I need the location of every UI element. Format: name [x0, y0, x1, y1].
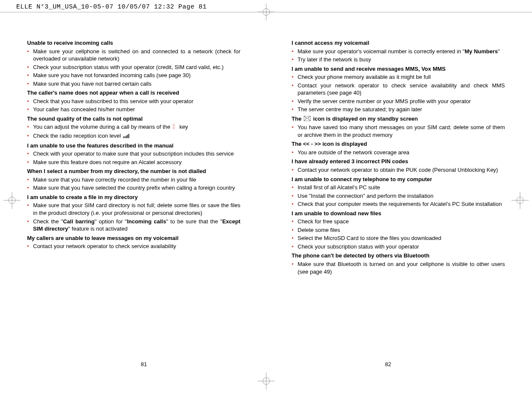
list-item: Make sure this feature does not require …: [27, 159, 241, 166]
list-item: Check that you have subscribed to this s…: [27, 98, 241, 105]
list-item: Verify the server centre number or your …: [292, 98, 505, 105]
heading: I am unable to use the features describe…: [27, 142, 241, 150]
text: " to be sure that the ": [166, 218, 222, 225]
list-item: You are outside of the network coverage …: [292, 149, 505, 156]
heading: The caller's name does not appear when a…: [27, 89, 241, 97]
heading: The icon is displayed on my standby scre…: [292, 115, 505, 123]
heading: I am unable to create a file in my direc…: [27, 194, 241, 201]
list: Make sure that your SIM card directory i…: [27, 202, 241, 232]
list-item: Install first of all Alcatel's PC suite: [292, 184, 505, 191]
text-bold: Call barring: [63, 218, 95, 225]
list: Make sure that you have correctly record…: [27, 176, 241, 192]
page-left: Unable to receive incoming calls Make su…: [19, 38, 249, 393]
list-item: Check for free space: [292, 218, 505, 225]
list-item: Contact your network operator to check s…: [27, 243, 241, 250]
text-bold: My Numbers: [465, 48, 498, 55]
text: Make sure your operator's voicemail numb…: [298, 48, 465, 55]
list-item: Make sure that Bluetooth is turned on an…: [292, 260, 505, 275]
list-item: Contact your network operator to check s…: [292, 82, 505, 97]
list: Make sure that Bluetooth is turned on an…: [292, 260, 505, 275]
list: Contact your network operator to check s…: [27, 243, 241, 250]
envelope-icon: [304, 116, 311, 123]
heading: The sound quality of the calls is not op…: [27, 115, 241, 123]
text: icon is displayed on my standby screen: [313, 116, 418, 122]
list-item: Make sure your cellphone is switched on …: [27, 48, 241, 63]
list: Check for free space Delete some files S…: [292, 218, 505, 250]
list-item: Check your phone memory available as it …: [292, 73, 505, 81]
page-right: I cannot access my voicemail Make sure y…: [283, 38, 514, 393]
list-item: Check the radio reception icon level: [27, 132, 241, 140]
list-item: Make sure you have not forwarded incomin…: [27, 72, 241, 79]
heading: I have already entered 3 incorrect PIN c…: [292, 158, 505, 165]
text: Check the radio reception icon level: [33, 133, 123, 139]
crop-mark-top: [258, 3, 275, 20]
list-item: The server centre may be saturated; try …: [292, 106, 505, 113]
list-item: Make sure your operator's voicemail numb…: [292, 48, 505, 55]
heading: Unable to receive incoming calls: [27, 39, 241, 47]
svg-text:C: C: [173, 124, 175, 127]
list-item: You have saved too many short messages o…: [292, 124, 505, 139]
list-item: Make sure that you have correctly record…: [27, 176, 241, 184]
signal-bars-icon: [123, 133, 132, 140]
text: The: [292, 116, 303, 122]
list: You have saved too many short messages o…: [292, 124, 505, 139]
list: Check with your operator to make sure th…: [27, 150, 241, 166]
list: Check your phone memory available as it …: [292, 73, 505, 113]
heading: My callers are unable to leave messages …: [27, 234, 241, 242]
svg-text:C: C: [173, 127, 175, 130]
text: ": [498, 48, 500, 55]
text: Check the ": [33, 218, 63, 225]
heading: I am unable to send and receive messages…: [292, 65, 505, 73]
list-item: Try later if the network is busy: [292, 56, 505, 64]
page-number-left: 81: [141, 361, 147, 367]
heading: When I select a number from my directory…: [27, 168, 241, 175]
svg-rect-17: [127, 135, 128, 138]
list-item: Make sure that you have selected the cou…: [27, 184, 241, 192]
list-item: Make sure that your SIM card directory i…: [27, 202, 241, 217]
heading: I am unable to connect my telephone to m…: [292, 176, 505, 183]
list: Contact your network operator to obtain …: [292, 166, 505, 174]
heading: The << - >> icon is displayed: [292, 140, 505, 148]
print-header: ELLE N°3_UM_USA_10-05-07 10/05/07 12:32 …: [16, 3, 207, 11]
svg-rect-15: [125, 136, 125, 138]
volume-key-icon: CC: [173, 124, 177, 132]
text: key: [180, 124, 188, 130]
text: " option for ": [95, 218, 127, 225]
list-item: Delete some files: [292, 226, 505, 234]
svg-rect-18: [128, 134, 129, 138]
text-bold: Incoming calls: [127, 218, 166, 225]
list-item: Check with your operator to make sure th…: [27, 150, 241, 158]
page-container: Unable to receive incoming calls Make su…: [0, 38, 532, 393]
list-item: Make sure that you have not barred certa…: [27, 80, 241, 88]
page-number-right: 82: [385, 361, 391, 367]
list-item: Check that your computer meets the requi…: [292, 200, 505, 208]
svg-rect-14: [123, 136, 124, 138]
text: " feature is not activated: [68, 225, 128, 232]
list: Make sure your operator's voicemail numb…: [292, 48, 505, 64]
svg-rect-16: [126, 136, 127, 138]
list: Check that you have subscribed to this s…: [27, 98, 241, 113]
list: You can adjust the volume during a call …: [27, 123, 241, 140]
heading: I cannot access my voicemail: [292, 39, 505, 47]
list: Install first of all Alcatel's PC suite …: [292, 184, 505, 208]
list-item: Check your subscription status with your…: [27, 64, 241, 71]
list-item: Contact your network operator to obtain …: [292, 166, 505, 174]
list-item: Your caller has concealed his/her number: [27, 106, 241, 113]
heading: The phone can't be detected by others vi…: [292, 252, 505, 260]
list-item: Check your subscription status with your…: [292, 243, 505, 251]
list: You are outside of the network coverage …: [292, 149, 505, 156]
list-item: Select the MicroSD Card to store the fil…: [292, 234, 505, 242]
text: You can adjust the volume during a call …: [33, 124, 172, 130]
list: Make sure your cellphone is switched on …: [27, 48, 241, 88]
heading: I am unable to download new files: [292, 210, 505, 217]
list-item: Check the "Call barring" option for "Inc…: [27, 218, 241, 233]
list-item: Use "Install the connection" and perform…: [292, 192, 505, 200]
list-item: You can adjust the volume during a call …: [27, 123, 241, 131]
